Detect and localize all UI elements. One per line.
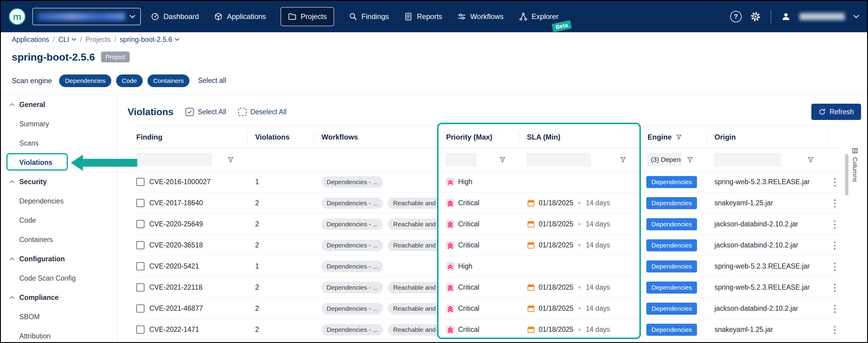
finding-id[interactable]: CVE-2016-1000027	[149, 178, 211, 186]
breadcrumb-project[interactable]: spring-boot-2.5.6	[120, 36, 180, 44]
origin-cell: spring-web-5.2.3.RELEASE.jar	[707, 172, 827, 192]
help-button[interactable]: ?	[730, 11, 742, 22]
sidebar-item-dependencies[interactable]: Dependencies	[1, 192, 117, 211]
sidebar-section-compliance[interactable]: Compliance	[1, 288, 117, 307]
sla-cell	[519, 172, 640, 192]
deselect-all-button[interactable]: Deselect All	[238, 108, 286, 116]
sla-filter-input[interactable]	[527, 153, 590, 166]
sidebar-section-security[interactable]: Security	[1, 172, 117, 192]
workflows-cell: Dependencies - ...Reachable and C...	[314, 277, 438, 298]
row-menu-kebab[interactable]: ⋮	[830, 325, 840, 335]
finding-id[interactable]: CVE-2020-25649	[149, 220, 203, 228]
select-all-button[interactable]: Select All	[185, 108, 226, 116]
column-header-sla[interactable]: SLA (Min)	[519, 126, 640, 148]
sidebar-item-code[interactable]: Code	[1, 211, 117, 230]
columns-panel-toggle[interactable]: Columns	[851, 147, 859, 182]
column-header-priority[interactable]: Priority (Max)	[438, 126, 519, 148]
nav-item-applications[interactable]: Applications	[213, 7, 266, 26]
sidebar-item-scans[interactable]: Scans	[1, 134, 117, 153]
row-checkbox[interactable]	[136, 262, 145, 270]
sidebar-item-containers[interactable]: Containers	[1, 230, 117, 249]
scan-engine-select-all[interactable]: Select all	[198, 76, 226, 85]
gear-icon[interactable]	[750, 11, 761, 22]
sla-separator-dot	[579, 202, 581, 204]
scan-engine-dependencies[interactable]: Dependencies	[59, 74, 111, 87]
finding-id[interactable]: CVE-2020-36518	[149, 241, 203, 249]
sidebar-item-summary[interactable]: Summary	[1, 114, 117, 134]
column-header-violations[interactable]: Violations	[247, 126, 314, 148]
finding-cell: CVE-2021-22118	[133, 277, 247, 298]
finding-id[interactable]: CVE-2017-18640	[149, 199, 203, 207]
refresh-button[interactable]: Refresh	[811, 104, 861, 120]
column-header-origin[interactable]: Origin	[707, 126, 827, 148]
row-menu-kebab[interactable]: ⋮	[830, 262, 840, 271]
workflow-pill: Dependencies - ...	[321, 240, 383, 251]
row-checkbox[interactable]	[136, 199, 145, 207]
org-dropdown[interactable]	[32, 8, 141, 25]
nav-item-projects[interactable]: Projects	[280, 7, 334, 26]
row-checkbox[interactable]	[136, 325, 145, 334]
chevron-down-icon[interactable]	[853, 15, 859, 19]
sidebar-item-attribution[interactable]: Attribution	[1, 327, 117, 343]
row-menu-kebab[interactable]: ⋮	[830, 241, 840, 250]
filter-funnel-icon[interactable]	[807, 157, 814, 163]
scan-engine-code[interactable]: Code	[116, 74, 143, 87]
finding-filter-input[interactable]	[136, 153, 212, 166]
row-checkbox[interactable]	[136, 283, 145, 291]
sidebar-section-general[interactable]: General	[1, 95, 117, 114]
filter-funnel-icon[interactable]	[620, 157, 626, 163]
origin-filter-input[interactable]	[714, 153, 781, 166]
priority-filter-input[interactable]	[446, 153, 476, 166]
sidebar-item-sbom[interactable]: SBOM	[1, 307, 117, 327]
finding-cell: CVE-2020-25649	[133, 214, 247, 235]
scan-engine-containers[interactable]: Containers	[148, 74, 190, 87]
column-header-finding[interactable]: Finding	[133, 126, 247, 148]
filter-funnel-icon[interactable]	[687, 157, 693, 163]
nav-item-label: Workflows	[470, 12, 503, 21]
row-checkbox[interactable]	[136, 178, 145, 186]
nav-item-reports[interactable]: Reports	[403, 7, 443, 26]
checkbox-dashed-icon	[238, 108, 246, 116]
severity-icon	[446, 283, 455, 292]
sidebar-item-violations[interactable]: Violations	[1, 153, 117, 172]
nav-item-dashboard[interactable]: Dashboard	[150, 7, 199, 26]
table-row: CVE-2016-1000027 1 Dependencies - ... Hi…	[133, 172, 842, 193]
finding-id[interactable]: CVE-2020-5421	[149, 262, 199, 270]
finding-id[interactable]: CVE-2021-22118	[149, 283, 203, 291]
sidebar-section-configuration[interactable]: Configuration	[1, 249, 117, 269]
workflow-pill: Dependencies - ...	[321, 198, 383, 209]
breadcrumb-applications[interactable]: Applications	[12, 36, 49, 44]
engine-filter-input[interactable]: (3) Depend	[648, 153, 681, 166]
filter-funnel-icon[interactable]	[499, 157, 506, 163]
nav-item-findings[interactable]: Findings	[348, 7, 390, 26]
finding-id[interactable]: CVE-2022-1471	[149, 325, 199, 334]
finding-id[interactable]: CVE-2021-46877	[149, 304, 203, 313]
select-all-label: Select All	[197, 108, 226, 116]
row-menu-kebab[interactable]: ⋮	[830, 283, 840, 293]
column-header-workflows[interactable]: Workflows	[314, 126, 438, 148]
nav-item-explorer[interactable]: Explorer Beta	[518, 7, 559, 26]
sidebar-item-code-scan-config[interactable]: Code Scan Config	[1, 269, 117, 288]
filter-cell-violations	[247, 148, 314, 171]
column-header-engine[interactable]: Engine	[640, 126, 707, 148]
row-menu-kebab[interactable]: ⋮	[830, 304, 840, 313]
sla-cell: 01/18/2025 14 days	[519, 277, 640, 298]
filter-funnel-icon[interactable]	[227, 157, 234, 163]
row-menu-kebab[interactable]: ⋮	[830, 177, 840, 187]
breadcrumb-cli[interactable]: CLI	[58, 36, 76, 44]
engine-cell: Dependencies	[640, 319, 707, 340]
row-menu-kebab[interactable]: ⋮	[830, 219, 840, 229]
filter-funnel-icon[interactable]	[676, 134, 682, 140]
priority-label: High	[458, 262, 472, 270]
violations-cell: 2	[247, 235, 314, 255]
violations-heading: Violations	[128, 106, 174, 117]
row-checkbox[interactable]	[136, 220, 145, 228]
row-menu-kebab[interactable]: ⋮	[830, 198, 840, 208]
actions-cell: ⋮	[827, 277, 842, 298]
row-checkbox[interactable]	[136, 241, 145, 249]
row-checkbox[interactable]	[136, 304, 145, 313]
table-row: CVE-2022-1471 2 Dependencies - ...Reacha…	[133, 319, 842, 340]
table-scrollbar-thumb[interactable]	[845, 154, 848, 196]
nav-item-workflows[interactable]: Workflows	[457, 7, 504, 26]
workflows-cell: Dependencies - ...Reachable and C...	[314, 214, 438, 235]
